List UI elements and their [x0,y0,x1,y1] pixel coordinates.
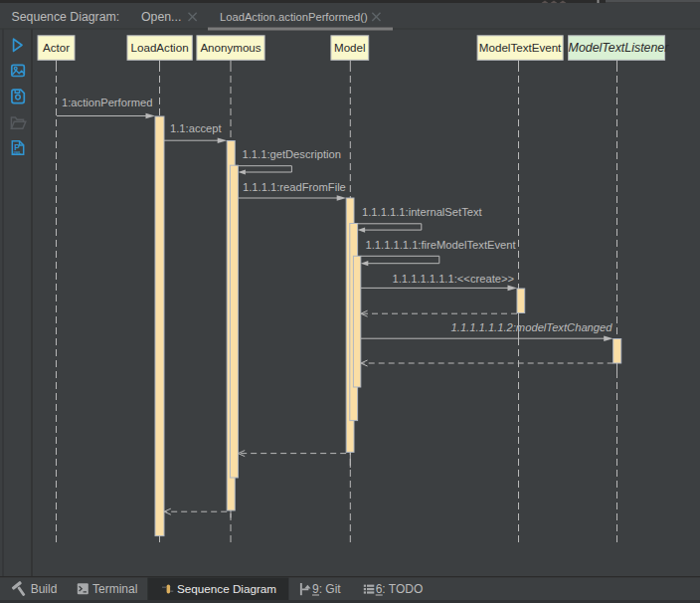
svg-text:Build: Build [31,582,58,596]
svg-text:UML: UML [13,150,23,155]
svg-text:Sequence Diagram:: Sequence Diagram: [12,10,120,24]
svg-text:1.1.1.1:readFromFile: 1.1.1.1:readFromFile [243,181,346,193]
svg-text:LoadAction: LoadAction [131,41,189,54]
svg-text:Anonymous: Anonymous [200,41,261,54]
svg-text:Model: Model [334,41,366,54]
svg-text:1:actionPerformed: 1:actionPerformed [62,97,152,108]
svg-text:Actor: Actor [43,41,70,54]
svg-text:Terminal: Terminal [92,582,137,596]
svg-text:1.1:accept: 1.1:accept [170,122,223,134]
svg-text:1.1.1.1.1.1.2:modelTextChanged: 1.1.1.1.1.1.2:modelTextChanged [451,321,613,333]
svg-text:ModelTextListener: ModelTextListener [569,41,670,55]
svg-text:1.1.1:getDescription: 1.1.1:getDescription [243,148,342,160]
svg-text:Open...: Open... [141,10,181,24]
svg-text:1.1.1.1.1:internalSetText: 1.1.1.1.1:internalSetText [362,206,483,218]
svg-text:1.1.1.1.1.1.1:<<create>>: 1.1.1.1.1.1.1:<<create>> [393,273,515,285]
svg-text:1.1.1.1.1.1:fireModelTextEvent: 1.1.1.1.1.1:fireModelTextEvent [366,239,517,251]
svg-text:Sequence Diagram: Sequence Diagram [177,582,276,595]
svg-text:LoadAction.actionPerformed(): LoadAction.actionPerformed() [220,11,368,23]
svg-text:6: TODO: 6: TODO [376,582,424,596]
svg-text:9: Git: 9: Git [312,582,341,596]
svg-text:ModelTextEvent: ModelTextEvent [479,41,562,54]
